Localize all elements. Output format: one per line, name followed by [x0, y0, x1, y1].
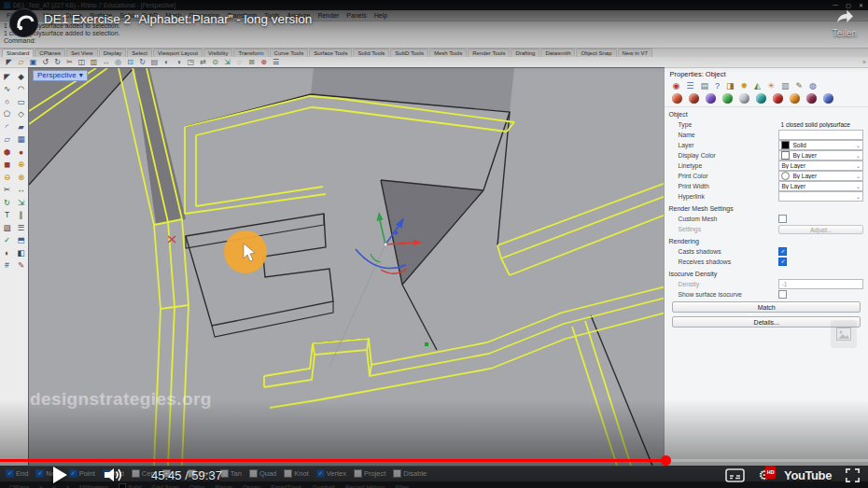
- toolbar-icon[interactable]: ◑: [174, 58, 184, 67]
- chevron-down-icon[interactable]: ⌄: [854, 142, 862, 148]
- toolbar-tab[interactable]: Visibility: [203, 49, 233, 57]
- toolbar-tab[interactable]: Solid Tools: [353, 49, 389, 57]
- tool-icon[interactable]: T: [0, 209, 14, 222]
- toolbar-icon[interactable]: ⊠: [246, 58, 257, 67]
- toolbar-icon[interactable]: ▤: [149, 58, 160, 67]
- tool-icon[interactable]: ●: [14, 146, 28, 159]
- toolbar-icon[interactable]: ▥: [89, 58, 99, 67]
- tool-icon[interactable]: ◐: [0, 246, 14, 259]
- tool-icon[interactable]: ↔: [14, 184, 28, 197]
- toolbar-tab[interactable]: Datasmith: [540, 49, 575, 57]
- panel-tab-icon[interactable]: ◭: [754, 81, 761, 91]
- tool-icon[interactable]: ◼: [0, 159, 14, 172]
- toolbar-icon[interactable]: ↺: [40, 58, 50, 67]
- object-type-icon[interactable]: [706, 93, 716, 104]
- panel-tab-icon[interactable]: ☰: [686, 81, 693, 91]
- viewport-title-tab[interactable]: Perspective ▾: [33, 70, 88, 81]
- match-button[interactable]: Match: [672, 301, 861, 313]
- chevron-down-icon[interactable]: ⌄: [854, 152, 862, 159]
- receives-shadows-checkbox[interactable]: [778, 258, 787, 266]
- tool-icon[interactable]: ∥: [14, 209, 28, 222]
- toolbar-icon[interactable]: ◫: [77, 58, 87, 67]
- toolbar-icon[interactable]: ⊕: [259, 58, 269, 67]
- chevron-down-icon[interactable]: ⌄: [854, 183, 862, 189]
- toolbar-tab[interactable]: Object Snap: [576, 49, 616, 57]
- tool-icon[interactable]: ↻: [0, 196, 14, 209]
- youtube-logo[interactable]: YouTube: [784, 468, 832, 482]
- tool-icon[interactable]: ▨: [0, 221, 14, 234]
- subtitles-button[interactable]: [725, 468, 745, 482]
- object-type-icon[interactable]: [790, 93, 800, 104]
- toolbar-tab[interactable]: Mesh Tools: [429, 49, 467, 57]
- control-point[interactable]: [425, 342, 428, 346]
- toolbar-tab[interactable]: Standard: [2, 49, 34, 57]
- tool-icon[interactable]: ✂: [0, 184, 14, 197]
- panel-tab-icon[interactable]: ☀: [767, 81, 775, 91]
- tool-icon[interactable]: ☰: [14, 221, 28, 234]
- chevron-down-icon[interactable]: ⌄: [854, 193, 862, 200]
- channel-avatar[interactable]: [9, 8, 38, 37]
- panel-tab-icon[interactable]: ◉: [672, 81, 679, 91]
- tool-icon[interactable]: ⬢: [0, 146, 14, 159]
- panel-tab-icon[interactable]: ✎: [796, 81, 804, 91]
- property-value-control[interactable]: Solid ⌄: [778, 140, 863, 150]
- panel-tab-icon[interactable]: ✹: [740, 81, 748, 91]
- tool-icon[interactable]: ✎: [14, 259, 28, 272]
- toolbar-icon[interactable]: ↻: [52, 58, 63, 67]
- chevron-down-icon[interactable]: ⌄: [854, 173, 862, 179]
- tool-icon[interactable]: ▱: [0, 133, 14, 146]
- object-type-icon[interactable]: [756, 93, 766, 104]
- toolbar-icon[interactable]: ↔: [101, 58, 111, 67]
- tool-icon[interactable]: ⇲: [14, 196, 28, 209]
- object-type-icon[interactable]: [773, 93, 783, 104]
- video-title[interactable]: DE1 Exercise 2 "Alphabet:Planar" - long …: [44, 12, 312, 26]
- tool-icon[interactable]: ▰: [14, 120, 28, 133]
- object-type-icon[interactable]: [722, 93, 733, 104]
- gumball-origin[interactable]: [384, 243, 386, 245]
- toolbar-icon[interactable]: ◐: [161, 58, 172, 67]
- menu-item[interactable]: Help: [371, 12, 391, 19]
- panel-tab-icon[interactable]: ?: [715, 81, 720, 91]
- gumball-y-axis[interactable]: [380, 220, 385, 244]
- tool-icon[interactable]: ⊖: [0, 171, 14, 184]
- tool-icon[interactable]: ◤: [0, 70, 14, 83]
- show-isocurve-checkbox[interactable]: [778, 290, 787, 299]
- object-type-icon[interactable]: [739, 93, 749, 104]
- fullscreen-button[interactable]: [846, 468, 860, 482]
- tool-icon[interactable]: ◆: [14, 70, 28, 83]
- close-icon[interactable]: ✕: [859, 2, 863, 8]
- toolbar-tab[interactable]: Select: [127, 49, 152, 57]
- object-type-icon[interactable]: [672, 93, 682, 104]
- tool-icon[interactable]: ▭: [14, 95, 28, 108]
- share-button[interactable]: Teilen: [833, 7, 857, 38]
- toolbar-icon[interactable]: ↻: [137, 58, 147, 67]
- settings-gear-icon[interactable]: ⚙HD: [759, 468, 771, 481]
- toolbar-icon[interactable]: ⇄: [198, 58, 208, 67]
- tool-icon[interactable]: ⊗: [14, 171, 28, 184]
- gumball-z-handle[interactable]: [395, 231, 398, 234]
- toolbar-tab[interactable]: SubD Tools: [390, 49, 428, 57]
- gumball-y-arrowhead[interactable]: [376, 212, 383, 221]
- property-value-control[interactable]: ⌄: [778, 191, 863, 202]
- panel-tab-icon[interactable]: ▥: [781, 81, 790, 91]
- tool-icon[interactable]: ⬒: [14, 234, 28, 247]
- viewport[interactable]: Perspective ▾ designstrategies.org: [29, 68, 665, 466]
- toolbar-tab[interactable]: Display: [99, 49, 127, 57]
- toolbar-tab[interactable]: Render Tools: [468, 49, 510, 57]
- menu-item[interactable]: Panels: [343, 12, 370, 19]
- toolbar-icon[interactable]: ▣: [28, 58, 38, 67]
- tool-icon[interactable]: ⬠: [0, 108, 14, 121]
- toolbar-icon[interactable]: ☰: [271, 58, 281, 67]
- toolbar-icon[interactable]: ⊙: [210, 58, 220, 67]
- panel-tab-icon[interactable]: ◍: [809, 81, 817, 91]
- toolbar-tab[interactable]: Surface Tools: [309, 49, 352, 57]
- tool-icon[interactable]: ○: [0, 95, 14, 108]
- property-value-control[interactable]: By Layer ⌄: [778, 150, 863, 160]
- toolbar-icon[interactable]: ◌: [234, 58, 245, 67]
- property-value-control[interactable]: By Layer ⌄: [778, 181, 863, 191]
- toolbar-tab[interactable]: New in V7: [618, 49, 652, 57]
- custom-mesh-checkbox[interactable]: [778, 215, 787, 223]
- toolbar-icon[interactable]: ▱: [16, 58, 26, 67]
- toolbar-tab[interactable]: Curve Tools: [270, 49, 309, 57]
- volume-button[interactable]: [103, 467, 123, 483]
